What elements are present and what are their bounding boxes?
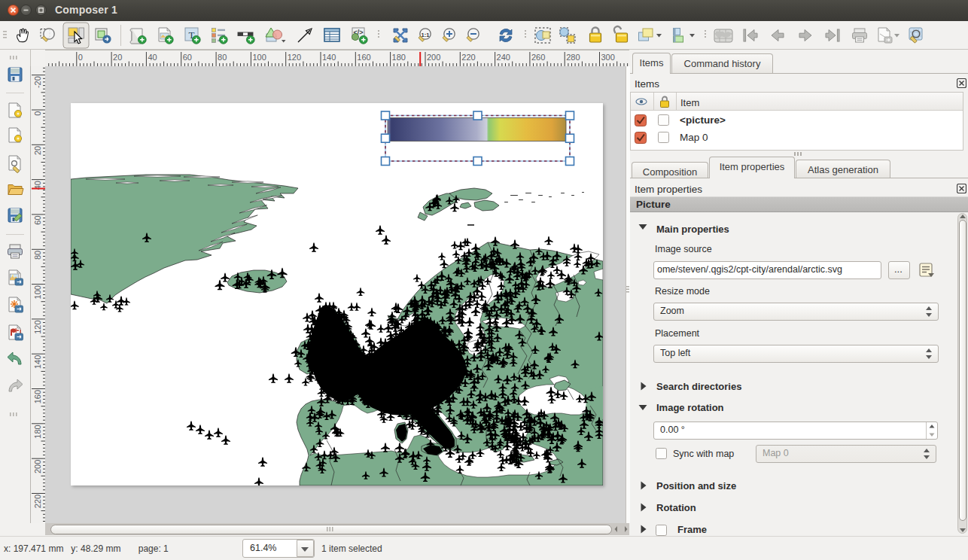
svg-text:160: 160 <box>33 390 42 403</box>
svg-text:280: 280 <box>566 53 580 62</box>
svg-text:240: 240 <box>497 53 510 62</box>
svg-text:100: 100 <box>33 285 42 299</box>
svg-text:140: 140 <box>322 53 336 62</box>
svg-text:60: 60 <box>183 53 192 62</box>
svg-text:100: 100 <box>252 53 266 62</box>
svg-text:120: 120 <box>33 320 42 333</box>
svg-text:40: 40 <box>148 53 157 62</box>
svg-text:200: 200 <box>33 460 42 473</box>
svg-text:80: 80 <box>33 251 42 260</box>
svg-text:20: 20 <box>33 146 42 155</box>
svg-text:260: 260 <box>531 53 545 62</box>
svg-text:140: 140 <box>33 355 42 369</box>
svg-text:220: 220 <box>33 495 42 508</box>
svg-text:60: 60 <box>33 215 42 224</box>
svg-text:120: 120 <box>288 53 301 62</box>
svg-text:1:1: 1:1 <box>422 32 430 38</box>
svg-text:0: 0 <box>78 53 83 62</box>
svg-text:20: 20 <box>113 53 122 62</box>
svg-text:200: 200 <box>427 53 440 62</box>
svg-text:180: 180 <box>392 53 406 62</box>
svg-text:160: 160 <box>357 53 370 62</box>
svg-text:-20: -20 <box>33 76 42 88</box>
svg-text:0: 0 <box>33 111 42 116</box>
svg-text:220: 220 <box>461 53 475 62</box>
svg-text:180: 180 <box>33 425 42 438</box>
svg-text:300: 300 <box>601 53 615 62</box>
svg-text:80: 80 <box>218 53 227 62</box>
